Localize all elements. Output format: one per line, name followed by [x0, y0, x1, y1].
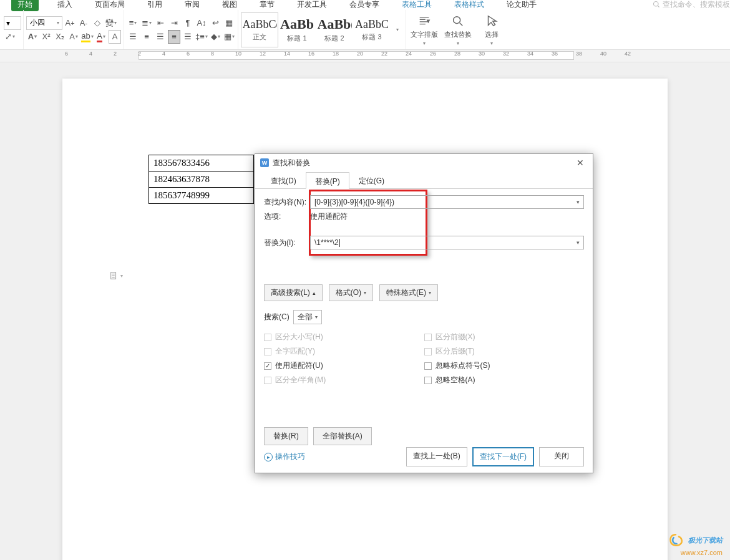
replace-input-value: \1****\2	[314, 238, 339, 247]
ruler-number: 12	[260, 51, 266, 57]
style-label: 正文	[253, 32, 266, 42]
find-prev-button[interactable]: 查找上一处(B)	[406, 447, 467, 466]
font-size-value: 小四	[30, 17, 45, 28]
replace-all-button[interactable]: 全部替换(A)	[313, 427, 372, 445]
char-border-icon[interactable]: A	[109, 30, 121, 44]
align-left-icon[interactable]: ☰	[127, 30, 139, 44]
find-next-button[interactable]: 查找下一处(F)	[472, 447, 534, 466]
align-center-icon[interactable]: ≡	[140, 30, 153, 44]
close-button[interactable]: ✕	[573, 157, 588, 169]
chevron-down-icon[interactable]: ▾	[577, 239, 580, 246]
ruler-number: 26	[430, 51, 436, 57]
advanced-search-button[interactable]: 高级搜索(L)▴	[264, 284, 323, 301]
ruler-number: 38	[576, 51, 582, 57]
decrease-indent-icon[interactable]: ⇤	[154, 16, 167, 30]
tab-start[interactable]: 开始	[11, 0, 39, 11]
ruler-number: 4	[162, 51, 165, 57]
ruler-number: 14	[284, 51, 290, 57]
app-icon: W	[260, 158, 269, 167]
cursor-icon	[484, 14, 499, 29]
phonetic-icon[interactable]: 變▾	[105, 16, 117, 30]
numbering-icon[interactable]: ≣▾	[140, 16, 153, 30]
page-icon	[109, 271, 118, 280]
chevron-down-icon[interactable]: ▾	[577, 199, 580, 205]
grid-icon[interactable]: ▦	[223, 16, 235, 30]
table-cell[interactable]: 183567833456	[149, 155, 254, 171]
page-side-menu[interactable]: ▾	[109, 271, 123, 280]
svg-point-0	[654, 2, 659, 7]
ruler-number: 36	[552, 51, 558, 57]
align-distribute-icon[interactable]: ☰	[182, 30, 194, 44]
dialog-titlebar[interactable]: W 查找和替换 ✕	[255, 154, 593, 171]
layout-icon[interactable]: ↩	[209, 16, 221, 30]
bullets-icon[interactable]: ≡▾	[127, 16, 139, 30]
textdir-icon[interactable]: A↕	[195, 16, 208, 30]
borders-icon[interactable]: ▦▾	[223, 30, 235, 44]
style-heading1[interactable]: AaBb 标题 1	[278, 12, 316, 47]
chk-prefix: 区分前缀(X)	[424, 332, 585, 342]
options-value: 使用通配符	[310, 211, 348, 222]
align-justify-icon[interactable]: ≡	[168, 30, 180, 44]
tips-label: 操作技巧	[275, 451, 305, 462]
select-button[interactable]: 选择▾	[476, 14, 507, 46]
chk-label: 使用通配符(U)	[275, 360, 323, 371]
command-search[interactable]: 查找命令、搜索模板	[653, 0, 730, 10]
style-label: 标题 1	[287, 34, 306, 43]
find-replace-label: 查找替换	[444, 30, 472, 39]
grow-font-icon[interactable]: A+	[64, 16, 76, 30]
highlight-icon[interactable]: ab▾	[81, 30, 94, 44]
line-spacing-icon[interactable]: ‡≡▾	[195, 30, 208, 44]
table-cell[interactable]: 185637748999	[149, 188, 254, 204]
font-size-box[interactable]: 小四▾	[26, 16, 62, 30]
dialog-tab-goto[interactable]: 定位(G)	[349, 171, 394, 188]
expand-icon[interactable]: ⤢▾	[4, 30, 16, 44]
search-scope-select[interactable]: 全部▾	[293, 310, 322, 324]
font-family-box[interactable]: ▾	[4, 16, 21, 30]
ruler-number: 22	[381, 51, 387, 57]
replace-input[interactable]: \1****\2 ▾	[310, 236, 584, 249]
font-effects-icon[interactable]: A▾	[67, 30, 80, 44]
chk-ignore-punct[interactable]: 忽略标点符号(S)	[424, 360, 585, 371]
chk-label: 全字匹配(Y)	[275, 346, 315, 357]
table-cell[interactable]: 182463637878	[149, 171, 254, 188]
search-placeholder: 查找命令、搜索模板	[663, 0, 730, 10]
shading-icon[interactable]: ◆▾	[209, 30, 221, 44]
subscript-icon[interactable]: X₂	[54, 30, 66, 44]
ruler-number: 20	[357, 51, 363, 57]
font-color-icon[interactable]: A▾	[95, 30, 107, 44]
replace-one-button[interactable]: 替换(R)	[264, 427, 308, 445]
style-heading2[interactable]: AaBb( 标题 2	[316, 12, 353, 47]
tips-link[interactable]: ▸ 操作技巧	[264, 451, 305, 462]
clear-format-icon[interactable]: ◇	[91, 16, 104, 30]
main-tabs: 开始 插入 页面布局 引用 审阅 视图 章节 开发工具 会员专享 表格工具 表格…	[0, 0, 730, 9]
ruler-number: 10	[235, 51, 241, 57]
chk-label: 区分前缀(X)	[436, 332, 475, 342]
format-button[interactable]: 格式(O)▾	[329, 284, 373, 301]
chk-ignore-space[interactable]: 忽略空格(A)	[424, 375, 585, 385]
increase-indent-icon[interactable]: ⇥	[168, 16, 180, 30]
align-right-icon[interactable]: ☰	[154, 30, 167, 44]
style-preview: AaBb	[280, 16, 314, 32]
find-input[interactable]: [0-9]{3})[0-9]{4}([0-9]{4}) ▾	[310, 195, 584, 209]
special-format-button[interactable]: 特殊格式(E)▾	[379, 284, 438, 301]
style-label: 标题 3	[362, 32, 381, 42]
special-format-label: 特殊格式(E)	[386, 287, 426, 298]
marks-icon[interactable]: ¶	[182, 16, 194, 30]
text-layout-button[interactable]: 文字排版▾	[409, 14, 440, 46]
dialog-body: 查找内容(N): [0-9]{3})[0-9]{4}([0-9]{4}) ▾ 选…	[255, 189, 593, 473]
superscript-icon[interactable]: X²	[40, 30, 52, 44]
text-cursor	[339, 239, 340, 247]
style-normal[interactable]: AaBbCcD 正文	[241, 12, 278, 47]
format-label: 格式(O)	[336, 287, 361, 298]
find-replace-button[interactable]: 查找替换▾	[442, 14, 474, 46]
magnifier-icon	[450, 14, 465, 29]
dialog-tab-replace[interactable]: 替换(P)	[306, 172, 349, 189]
style-more-icon[interactable]: ▾	[391, 12, 403, 47]
dialog-tab-find[interactable]: 查找(D)	[261, 171, 306, 188]
style-heading3[interactable]: AaBbC 标题 3	[353, 12, 391, 47]
close-dialog-button[interactable]: 关闭	[539, 447, 584, 466]
bold-icon[interactable]: A▾	[26, 30, 39, 44]
shrink-font-icon[interactable]: A-	[77, 16, 90, 30]
chk-wildcard[interactable]: ✓使用通配符(U)	[264, 360, 424, 371]
phone-table[interactable]: 183567833456 182463637878 185637748999	[148, 155, 254, 204]
